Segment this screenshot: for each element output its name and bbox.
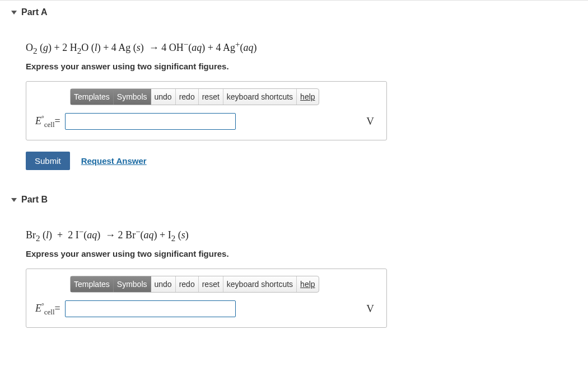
answer-input[interactable]	[65, 300, 236, 317]
help-button[interactable]: help	[297, 276, 318, 292]
part-title: Part B	[21, 195, 48, 205]
instruction: Express your answer using two significan…	[26, 62, 562, 71]
kbshort-button[interactable]: keyboard shortcuts	[223, 89, 297, 105]
templates-button[interactable]: Templates	[71, 276, 114, 292]
part-title: Part A	[21, 7, 48, 17]
symbols-button[interactable]: Symbols	[114, 276, 151, 292]
equation: Br2 (l) + 2 I−(aq) → 2 Br−(aq) + I2 (s)	[26, 229, 562, 241]
reset-button[interactable]: reset	[199, 276, 223, 292]
answer-input[interactable]	[65, 113, 236, 130]
editor-toolbar: Templates Symbols undo redo reset keyboa…	[70, 88, 319, 105]
instruction: Express your answer using two significan…	[26, 249, 562, 258]
request-answer-link[interactable]: Request Answer	[81, 156, 147, 166]
equation: O2 (g) + 2 H2O (l) + 4 Ag (s) → 4 OH−(aq…	[26, 42, 562, 54]
unit-label: V	[366, 115, 374, 128]
caret-down-icon	[11, 198, 17, 202]
kbshort-button[interactable]: keyboard shortcuts	[223, 276, 297, 292]
part-toggle[interactable]: Part B	[11, 195, 548, 210]
submit-button[interactable]: Submit	[26, 152, 70, 170]
editor-toolbar: Templates Symbols undo redo reset keyboa…	[70, 276, 319, 293]
redo-button[interactable]: redo	[176, 89, 199, 105]
answer-label: E°cell=	[35, 114, 60, 129]
undo-button[interactable]: undo	[151, 276, 176, 292]
answer-container: Templates Symbols undo redo reset keyboa…	[26, 269, 387, 328]
redo-button[interactable]: redo	[176, 276, 199, 292]
undo-button[interactable]: undo	[151, 89, 176, 105]
unit-label: V	[366, 303, 374, 315]
part-toggle[interactable]: Part A	[11, 7, 548, 23]
caret-down-icon	[11, 11, 17, 15]
symbols-button[interactable]: Symbols	[114, 89, 151, 105]
templates-button[interactable]: Templates	[71, 89, 114, 105]
answer-label: E°cell=	[35, 302, 60, 317]
help-button[interactable]: help	[297, 89, 318, 105]
answer-container: Templates Symbols undo redo reset keyboa…	[26, 81, 387, 140]
reset-button[interactable]: reset	[199, 89, 223, 105]
